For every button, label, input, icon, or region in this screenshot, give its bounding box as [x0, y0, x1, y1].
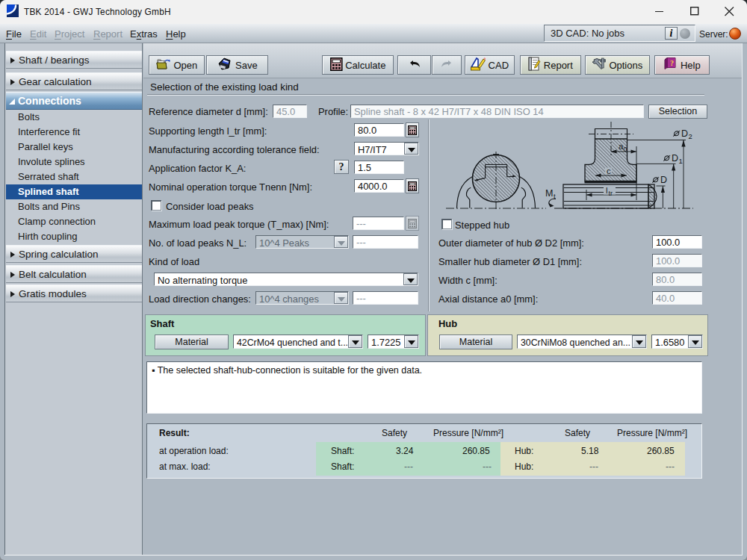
svg-text:tr: tr [609, 190, 613, 197]
svg-text:D: D [681, 128, 688, 139]
svg-text:?: ? [670, 59, 674, 67]
svg-text:D: D [672, 153, 678, 164]
svg-text:2: 2 [689, 132, 692, 140]
svg-text:1: 1 [679, 157, 683, 165]
svg-text:M: M [545, 188, 553, 199]
svg-text:0: 0 [624, 146, 627, 153]
svg-text:l: l [606, 186, 608, 195]
svg-text:D: D [660, 175, 667, 185]
svg-text:c: c [607, 167, 611, 175]
